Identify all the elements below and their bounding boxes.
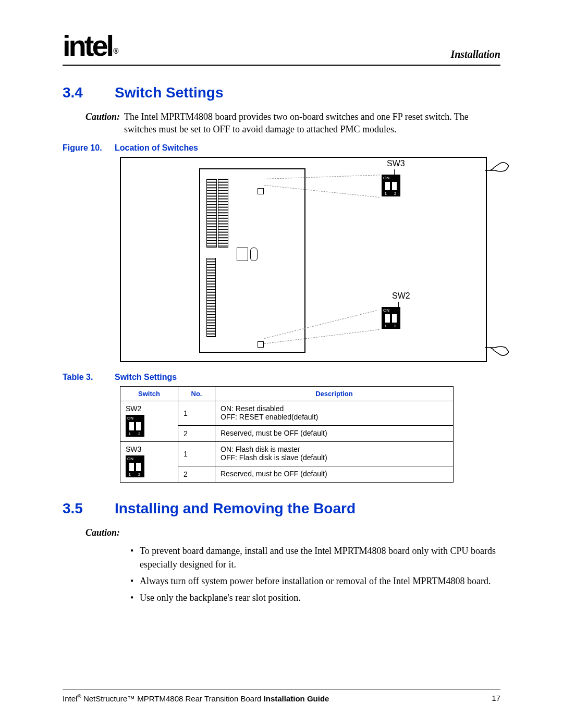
registered-mark: ®	[77, 694, 81, 699]
cell-desc: ON: Reset disabled OFF: RESET enabled(de…	[215, 401, 454, 425]
figure-10-diagram: SW3 ON 1 2 SW2 ON 1 2	[120, 157, 487, 362]
desc-line: OFF: RESET enabled(default)	[221, 413, 318, 421]
bullet-item: Always turn off system power before inst…	[130, 574, 500, 588]
col-description: Description	[215, 386, 454, 401]
caution-label: Caution:	[63, 526, 124, 539]
cell-no: 1	[178, 441, 215, 466]
footer-prefix: Intel	[63, 694, 77, 703]
registered-mark: ®	[113, 47, 116, 55]
switch-sw2-location	[258, 341, 264, 348]
table-header-row: Switch No. Description	[120, 386, 454, 401]
figure-number: Figure 10.	[63, 143, 115, 153]
page: intel® Installation 3.4Switch Settings C…	[0, 0, 563, 728]
section-3-4-heading: 3.4Switch Settings	[63, 84, 500, 101]
dip-numbers: 1 2	[126, 472, 144, 477]
table-number: Table 3.	[63, 373, 115, 382]
chapter-name: Installation	[450, 48, 500, 60]
dip-slider-2	[136, 463, 141, 471]
intel-logo: intel®	[63, 31, 115, 60]
desc-line: ON: Reset disabled	[221, 404, 284, 413]
dip-numbers: 1 2	[126, 431, 144, 436]
cell-desc: Reserved, must be OFF (default)	[215, 466, 454, 483]
cell-switch: SW3 ON 1 2	[120, 441, 178, 482]
caution-body	[124, 526, 500, 539]
caution-3-5: Caution:	[63, 526, 500, 539]
cell-desc: Reserved, must be OFF (default)	[215, 426, 454, 442]
dip-slider-1	[385, 314, 390, 323]
dip-slider-2	[392, 314, 397, 323]
footer-bold: Installation Guide	[264, 694, 329, 703]
dip-slider-2	[136, 422, 141, 430]
table-title: Switch Settings	[115, 373, 177, 381]
ejector-handle-icon	[485, 346, 509, 357]
dip-on-label: ON	[383, 176, 389, 180]
section-3-5-heading: 3.5Installing and Removing the Board	[63, 500, 500, 517]
dip-numbers: 1 2	[382, 191, 400, 196]
switch-settings-table: Switch No. Description SW2 ON 1 2 1 ON: …	[120, 386, 454, 483]
dip-switch-icon: ON 1 2	[126, 455, 144, 477]
col-no: No.	[178, 386, 215, 401]
switch-sw3-location	[258, 188, 264, 194]
figure-title: Location of Switches	[115, 143, 198, 152]
page-number: 17	[492, 694, 500, 703]
caution-text: The Intel MPRTM4808 board provides two o…	[124, 110, 500, 136]
table-3-caption: Table 3.Switch Settings	[63, 373, 500, 382]
cell-no: 2	[178, 426, 215, 442]
table-row: SW3 ON 1 2 1 ON: Flash disk is master OF…	[120, 441, 454, 466]
dip-slider-1	[129, 463, 134, 471]
connector-strip	[206, 258, 216, 337]
chip-icon	[250, 248, 258, 261]
switch-name: SW3	[126, 445, 141, 453]
cell-no: 2	[178, 466, 215, 483]
table-row: SW2 ON 1 2 1 ON: Reset disabled OFF: RES…	[120, 401, 454, 425]
cell-no: 1	[178, 401, 215, 425]
dip-numbers: 1 2	[382, 324, 400, 328]
footer-mid: NetStructure™ MPRTM4808 Rear Transition …	[81, 694, 264, 703]
logo-text: intel	[63, 29, 112, 62]
page-footer: Intel® NetStructure™ MPRTM4808 Rear Tran…	[63, 689, 500, 703]
page-header: intel® Installation	[63, 31, 500, 60]
section-number: 3.4	[63, 84, 115, 101]
leader-line	[398, 302, 400, 307]
header-rule	[63, 65, 500, 66]
dip-slider-2	[392, 182, 397, 190]
cell-switch: SW2 ON 1 2	[120, 401, 178, 441]
sw2-label: SW2	[392, 291, 410, 301]
dip-on-label: ON	[127, 456, 133, 461]
ejector-handle-icon	[485, 161, 509, 172]
dip-switch-icon: ON 1 2	[382, 175, 400, 196]
dip-switch-icon: ON 1 2	[382, 307, 400, 329]
connector-strip	[218, 179, 228, 248]
dip-on-label: ON	[127, 416, 133, 421]
chip-icon	[237, 248, 248, 261]
desc-line: OFF: Flash disk is slave (default)	[221, 453, 327, 462]
leader-line	[394, 169, 396, 175]
dip-slider-1	[129, 422, 134, 430]
footer-title: Intel® NetStructure™ MPRTM4808 Rear Tran…	[63, 694, 329, 703]
bullet-item: Use only the backplane's rear slot posit…	[130, 591, 500, 604]
col-switch: Switch	[120, 386, 178, 401]
caution-3-4: Caution: The Intel MPRTM4808 board provi…	[63, 110, 500, 136]
caution-label: Caution:	[63, 110, 124, 136]
connector-strip	[206, 179, 217, 248]
switch-name: SW2	[126, 404, 141, 413]
dip-on-label: ON	[383, 308, 389, 313]
section-title: Installing and Removing the Board	[115, 500, 356, 516]
caution-bullets: To prevent board damange, install and us…	[130, 544, 500, 604]
cell-desc: ON: Flash disk is master OFF: Flash disk…	[215, 441, 454, 466]
bullet-item: To prevent board damange, install and us…	[130, 544, 500, 571]
sw3-label: SW3	[387, 159, 405, 168]
dip-switch-icon: ON 1 2	[126, 415, 144, 437]
dip-slider-1	[385, 182, 390, 190]
board-outline	[199, 168, 305, 353]
desc-line: ON: Flash disk is master	[221, 445, 300, 453]
section-number: 3.5	[63, 500, 115, 517]
figure-10-caption: Figure 10.Location of Switches	[63, 143, 500, 153]
section-title: Switch Settings	[115, 84, 223, 101]
